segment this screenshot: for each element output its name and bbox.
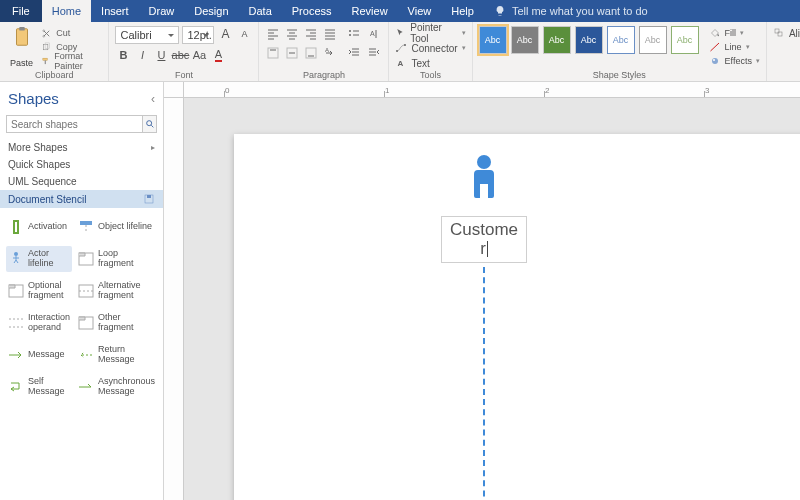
stencil-interaction-operand[interactable]: Interaction operand (6, 310, 72, 336)
stencil-object-lifeline[interactable]: Object lifeline (76, 214, 157, 240)
align-middle-button[interactable] (284, 45, 300, 61)
align-center-button[interactable] (284, 26, 300, 42)
svg-text:A: A (398, 59, 404, 68)
tab-help[interactable]: Help (441, 0, 484, 22)
align-bottom-button[interactable] (303, 45, 319, 61)
group-label-tools: Tools (389, 70, 471, 80)
pointer-icon (395, 27, 406, 39)
underline-button[interactable]: U (153, 47, 169, 63)
font-family-select[interactable]: Calibri (115, 26, 179, 44)
tab-insert[interactable]: Insert (91, 0, 139, 22)
stencil-other-fragment[interactable]: Other fragment (76, 310, 157, 336)
ruler-horizontal: 0123 (184, 82, 800, 98)
search-button[interactable] (142, 115, 157, 133)
tab-process[interactable]: Process (282, 0, 342, 22)
svg-rect-24 (147, 195, 151, 198)
paintbrush-icon (41, 56, 50, 67)
align-right-button[interactable] (303, 26, 319, 42)
category-uml-sequence[interactable]: UML Sequence (0, 173, 163, 190)
connector-tool-button[interactable]: Connector ▾ (395, 41, 465, 55)
text-tool-button[interactable]: A Text (395, 56, 465, 70)
save-stencil-icon (143, 193, 155, 205)
svg-point-13 (349, 34, 351, 36)
style-swatch-3[interactable]: Abc (575, 26, 603, 54)
stencil-message[interactable]: Message (6, 342, 72, 368)
shrink-font-button[interactable]: A (236, 26, 252, 42)
svg-rect-25 (14, 221, 18, 233)
stencil-alternative-fragment[interactable]: Alternative fragment (76, 278, 157, 304)
svg-rect-21 (778, 32, 782, 36)
case-button[interactable]: Aa (191, 47, 207, 63)
shape-effects-button[interactable]: Effects ▾ (709, 54, 760, 68)
stencil-async-message[interactable]: Asynchronous Message (76, 374, 157, 400)
menu-tabs: File Home Insert Draw Design Data Proces… (0, 0, 800, 22)
tab-review[interactable]: Review (342, 0, 398, 22)
stencil-actor-lifeline[interactable]: Actor lifeline (6, 246, 72, 272)
font-size-select[interactable]: 12pt. (182, 26, 214, 44)
tell-me-search[interactable]: Tell me what you want to do (484, 0, 648, 22)
stencil-optional-fragment[interactable]: Optional fragment (6, 278, 72, 304)
style-swatch-0[interactable]: Abc (479, 26, 507, 54)
text-rotate-button[interactable]: A (366, 26, 382, 42)
category-document-stencil[interactable]: Document Stencil (0, 190, 163, 208)
pointer-tool-button[interactable]: Pointer Tool ▾ (395, 26, 465, 40)
collapse-panel-button[interactable]: ‹ (151, 92, 155, 106)
align-icon (773, 27, 785, 39)
tab-data[interactable]: Data (239, 0, 282, 22)
decrease-indent-button[interactable] (346, 44, 362, 60)
text-direction-button[interactable]: A (322, 45, 338, 61)
connector-icon (395, 42, 407, 54)
scissors-icon (41, 28, 52, 39)
group-clipboard: Paste Cut Copy Format Painter Clipboard (0, 22, 109, 81)
category-quick-shapes[interactable]: Quick Shapes (0, 156, 163, 173)
shapes-panel: Shapes ‹ More Shapes▸ Quick Shapes UML S… (0, 82, 164, 500)
shape-fill-button[interactable]: Fill ▾ (709, 26, 760, 40)
align-button[interactable]: Alig (773, 26, 800, 40)
category-more-shapes[interactable]: More Shapes▸ (0, 139, 163, 156)
font-color-button[interactable]: A (210, 47, 226, 63)
italic-button[interactable]: I (134, 47, 150, 63)
align-top-button[interactable] (265, 45, 281, 61)
svg-point-27 (14, 252, 18, 256)
canvas-area[interactable]: 0123 Custome r (164, 82, 800, 500)
tab-design[interactable]: Design (184, 0, 238, 22)
paste-button[interactable]: Paste (6, 26, 37, 68)
cut-button[interactable]: Cut (41, 26, 102, 40)
format-painter-button[interactable]: Format Painter (41, 54, 102, 68)
stencil-loop-fragment[interactable]: Loop fragment (76, 246, 157, 272)
grow-font-button[interactable]: A (217, 26, 233, 42)
tab-file[interactable]: File (0, 0, 42, 22)
actor-lifeline-shape[interactable]: Custome r (439, 154, 529, 500)
stencil-return-message[interactable]: Return Message (76, 342, 157, 368)
lifeline[interactable] (483, 267, 485, 500)
bullets-button[interactable] (346, 26, 362, 42)
style-swatch-5[interactable]: Abc (639, 26, 667, 54)
increase-indent-button[interactable] (366, 44, 382, 60)
stencil-self-message[interactable]: Self Message (6, 374, 72, 400)
svg-rect-0 (16, 29, 27, 46)
actor-label-editor[interactable]: Custome r (441, 216, 527, 263)
svg-rect-26 (80, 221, 92, 225)
svg-point-22 (146, 121, 151, 126)
align-left-button[interactable] (265, 26, 281, 42)
stencil-activation[interactable]: Activation (6, 214, 72, 240)
shape-line-button[interactable]: Line ▾ (709, 40, 760, 54)
tell-me-label: Tell me what you want to do (512, 5, 648, 17)
style-swatch-4[interactable]: Abc (607, 26, 635, 54)
text-cursor (487, 241, 488, 257)
justify-button[interactable] (322, 26, 338, 42)
search-shapes-input[interactable] (6, 115, 142, 133)
bold-button[interactable]: B (115, 47, 131, 63)
svg-text:A: A (325, 47, 329, 53)
tab-draw[interactable]: Draw (139, 0, 185, 22)
group-label-paragraph: Paragraph (259, 70, 388, 80)
tab-view[interactable]: View (398, 0, 442, 22)
tab-home[interactable]: Home (42, 0, 91, 22)
drawing-page[interactable]: Custome r (234, 134, 800, 500)
style-swatch-2[interactable]: Abc (543, 26, 571, 54)
svg-point-15 (396, 50, 398, 52)
style-swatch-1[interactable]: Abc (511, 26, 539, 54)
strike-button[interactable]: abc (172, 47, 188, 63)
svg-rect-7 (45, 60, 46, 64)
style-swatch-6[interactable]: Abc (671, 26, 699, 54)
